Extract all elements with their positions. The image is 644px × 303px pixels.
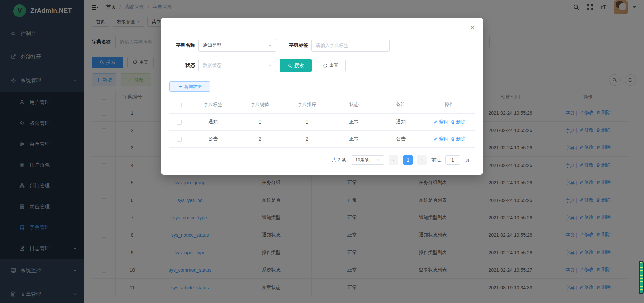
dialog-search-button[interactable]: 搜索: [280, 59, 312, 72]
dict-label-input[interactable]: [311, 39, 390, 52]
status-label: 状态: [169, 62, 195, 69]
delete-link[interactable]: 删除: [451, 136, 465, 142]
edit-link[interactable]: 编辑: [434, 136, 448, 142]
page-unit-label: 页: [465, 157, 470, 163]
dict-label-label: 字典标签: [287, 42, 308, 48]
cell-status: 正常: [330, 130, 377, 147]
column-header-remark: 备注: [377, 96, 424, 113]
dialog-table-row: 通知 1 1 正常 通知 编辑 删除: [169, 113, 475, 130]
current-page-button[interactable]: 1: [403, 155, 413, 165]
page-size-select[interactable]: 10条/页: [351, 155, 384, 165]
pagination: 共 2 条 10条/页 ‹ 1 › 前往 页: [161, 155, 470, 165]
header-checkbox-cell: [169, 96, 190, 113]
cell-value: 1: [236, 113, 283, 130]
cell-remark: 公告: [377, 130, 424, 147]
column-header-value: 字典键值: [236, 96, 283, 113]
cell-label: 公告: [190, 130, 236, 147]
cell-value: 2: [236, 130, 283, 147]
dialog-table-row: 公告 2 2 正常 公告 编辑 删除: [169, 130, 475, 147]
dict-data-table: 字典标签 字典键值 字典排序 状态 备注 操作 通知 1 1 正常 通知 编: [169, 96, 475, 148]
edit-link[interactable]: 编辑: [434, 119, 448, 125]
goto-page-input[interactable]: [445, 155, 460, 165]
goto-label: 前往: [431, 157, 441, 163]
chevron-down-icon: [268, 63, 272, 68]
pagination-total: 共 2 条: [331, 157, 346, 163]
column-header-sort: 字典排序: [283, 96, 330, 113]
column-header-ops: 操作: [424, 96, 475, 113]
cell-remark: 通知: [377, 113, 424, 130]
dict-name-value: 通知类型: [203, 42, 221, 48]
column-header-status: 状态: [330, 96, 377, 113]
select-all-checkbox[interactable]: [177, 103, 182, 107]
scrollbar-thumb[interactable]: [640, 262, 643, 293]
dict-name-label: 字典名称: [169, 42, 195, 48]
cell-actions: 编辑 删除: [424, 113, 475, 130]
dict-name-select[interactable]: 通知类型: [198, 39, 276, 52]
cell-sort: 2: [283, 130, 330, 147]
cell-actions: 编辑 删除: [424, 130, 475, 147]
status-select[interactable]: 数据状态: [198, 59, 276, 72]
dialog-reset-button[interactable]: 重置: [316, 59, 346, 72]
row-checkbox[interactable]: [177, 120, 182, 125]
column-header-label: 字典标签: [190, 96, 236, 113]
delete-link[interactable]: 删除: [451, 119, 465, 125]
dialog-close-icon[interactable]: ✕: [469, 24, 475, 31]
chevron-down-icon: [376, 158, 380, 162]
prev-page-button[interactable]: ‹: [389, 155, 398, 165]
next-page-button[interactable]: ›: [417, 155, 427, 165]
row-checkbox[interactable]: [177, 137, 182, 142]
cell-sort: 1: [283, 113, 330, 130]
status-placeholder: 数据状态: [203, 62, 221, 69]
dict-data-dialog: ✕ 字典名称 通知类型 字典标签 状态 数据状态 搜索: [161, 18, 483, 175]
page-scrollbar[interactable]: [639, 261, 644, 294]
add-dict-data-button[interactable]: 新增数据: [169, 81, 210, 92]
dialog-table-header-row: 字典标签 字典键值 字典排序 状态 备注 操作: [169, 96, 475, 113]
cell-status: 正常: [330, 113, 377, 130]
chevron-down-icon: [268, 43, 272, 47]
cell-label: 通知: [190, 113, 236, 130]
